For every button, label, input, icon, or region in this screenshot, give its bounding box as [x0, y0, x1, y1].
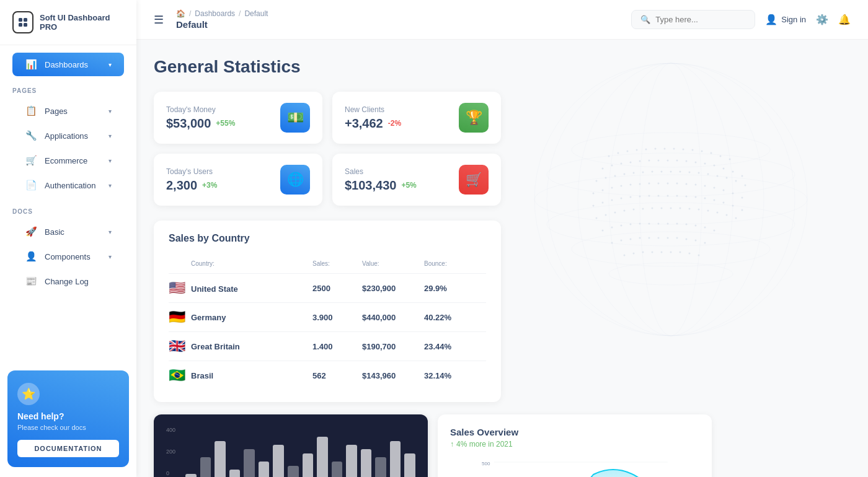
hamburger-menu[interactable]: ☰ — [154, 13, 164, 27]
stat-change-money: +55% — [216, 119, 235, 128]
sidebar-item-authentication[interactable]: 📄 Authentication ▾ — [12, 173, 124, 197]
svg-point-84 — [639, 196, 641, 198]
ecommerce-icon: 🛒 — [25, 155, 37, 166]
svg-point-39 — [695, 162, 697, 164]
basic-icon: 🚀 — [25, 226, 37, 237]
svg-point-93 — [723, 202, 725, 204]
stat-change-clients: -2% — [388, 119, 401, 128]
sidebar-label-basic: Basic — [45, 227, 64, 237]
sidebar-item-pages[interactable]: 📋 Pages ▾ — [12, 99, 124, 123]
col-header-bounce: Bounce: — [424, 260, 486, 267]
breadcrumb-dashboards[interactable]: Dashboards — [195, 9, 235, 18]
country-row-gb: 🇬🇧 Great Britain 1.400 $190,700 23.44% — [169, 332, 486, 361]
svg-point-138 — [642, 252, 644, 253]
svg-point-108 — [707, 210, 709, 212]
svg-point-32 — [630, 162, 632, 164]
settings-icon: ⚙️ — [816, 14, 828, 25]
ecommerce-arrow: ▾ — [108, 157, 112, 164]
settings-button[interactable]: ⚙️ — [816, 14, 828, 25]
bar-8 — [303, 453, 314, 477]
sidebar-item-components[interactable]: 👤 Components ▾ — [12, 245, 124, 268]
svg-point-11 — [640, 63, 702, 336]
svg-point-76 — [723, 190, 725, 191]
search-box[interactable]: 🔍 — [631, 10, 755, 29]
svg-point-117 — [649, 223, 650, 225]
bell-icon: 🔔 — [838, 14, 851, 25]
svg-point-120 — [676, 223, 678, 225]
bar-chart-card: 400 200 0 MTWTFSS — [154, 414, 428, 477]
svg-point-68 — [649, 183, 650, 185]
svg-point-103 — [661, 208, 663, 209]
svg-text:500: 500 — [482, 461, 490, 466]
breadcrumb-default[interactable]: Default — [244, 9, 268, 18]
svg-point-82 — [621, 198, 622, 199]
svg-point-7 — [572, 133, 770, 167]
sidebar-item-basic[interactable]: 🚀 Basic ▾ — [12, 220, 124, 243]
sidebar-item-ecommerce[interactable]: 🛒 Ecommerce ▾ — [12, 149, 124, 172]
svg-point-21 — [664, 148, 666, 150]
svg-point-38 — [686, 160, 688, 162]
sidebar-item-changelog[interactable]: 📰 Change Log — [12, 269, 124, 293]
stat-label-users: Today's Users — [166, 167, 217, 176]
svg-point-92 — [714, 199, 715, 201]
flag-br: 🇧🇷 — [169, 367, 191, 383]
notifications-button[interactable]: 🔔 — [838, 14, 851, 25]
svg-point-23 — [683, 149, 684, 151]
svg-point-124 — [714, 230, 715, 232]
svg-point-14 — [547, 63, 795, 336]
svg-point-19 — [645, 149, 647, 151]
svg-point-44 — [742, 175, 743, 177]
value-br: $143,960 — [362, 371, 424, 380]
help-title: Need help? — [17, 411, 119, 421]
svg-point-112 — [602, 230, 604, 232]
applications-icon: 🔧 — [25, 130, 37, 141]
sign-in-button[interactable]: 👤 Sign in — [765, 14, 806, 25]
svg-point-132 — [676, 237, 678, 239]
svg-point-143 — [689, 253, 691, 255]
svg-point-141 — [670, 252, 672, 253]
bar-4 — [244, 449, 255, 477]
country-row-de: 🇩🇪 Germany 3.900 $440,000 40.22% — [169, 303, 486, 332]
bar-1 — [200, 457, 211, 477]
search-input[interactable] — [655, 15, 760, 24]
sidebar-label-pages: Pages — [45, 107, 68, 116]
svg-point-89 — [686, 196, 688, 198]
svg-point-113 — [611, 227, 613, 229]
stat-value-sales: $103,430 +5% — [345, 178, 417, 193]
svg-point-8 — [547, 203, 795, 246]
sidebar-item-dashboards[interactable]: 📊 Dashboards ▾ — [12, 53, 124, 76]
svg-point-58 — [717, 175, 719, 177]
bounce-br: 32.14% — [424, 371, 486, 380]
svg-point-17 — [627, 151, 629, 152]
applications-arrow: ▾ — [108, 133, 112, 139]
svg-point-20 — [655, 148, 657, 150]
svg-point-86 — [658, 195, 660, 197]
col-header-sales: Sales: — [312, 260, 362, 267]
stat-label-sales: Sales — [345, 167, 417, 176]
sidebar: Soft UI Dashboard PRO 📊 Dashboards ▾ PAG… — [0, 0, 136, 477]
svg-point-127 — [630, 239, 632, 240]
svg-point-135 — [704, 242, 706, 244]
svg-point-136 — [624, 255, 626, 256]
stat-info-clients: New Clients +3,462 -2% — [345, 105, 401, 131]
sales-by-country-card: Sales by Country Country: Sales: Value: … — [154, 221, 501, 402]
stat-value-users: 2,300 +3% — [166, 178, 217, 193]
sidebar-item-applications[interactable]: 🔧 Applications ▾ — [12, 124, 124, 147]
sidebar-label-components: Components — [45, 252, 91, 261]
svg-point-85 — [649, 195, 650, 197]
svg-point-99 — [624, 210, 626, 212]
docs-section-label: DOCS — [0, 198, 136, 219]
svg-point-88 — [676, 195, 678, 197]
svg-point-75 — [714, 187, 715, 189]
svg-point-15 — [608, 155, 610, 157]
svg-point-65 — [621, 185, 622, 187]
svg-point-52 — [661, 171, 663, 173]
svg-point-142 — [680, 252, 681, 253]
bar-5 — [259, 462, 270, 477]
svg-point-67 — [639, 183, 641, 185]
svg-point-48 — [624, 173, 626, 175]
documentation-button[interactable]: DOCUMENTATION — [17, 440, 119, 457]
svg-point-29 — [602, 168, 604, 170]
svg-point-16 — [618, 152, 619, 154]
col-header-value: Value: — [362, 260, 424, 267]
